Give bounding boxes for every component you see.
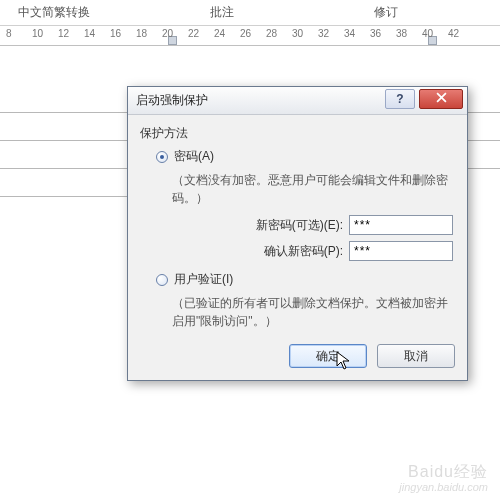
dialog-title: 启动强制保护 <box>136 92 208 109</box>
ruler-tick: 12 <box>58 28 69 39</box>
ruler-tick: 28 <box>266 28 277 39</box>
ruler-tick: 8 <box>6 28 12 39</box>
radio-password[interactable] <box>156 151 168 163</box>
dialog-titlebar[interactable]: 启动强制保护 ? <box>128 87 467 115</box>
close-button[interactable] <box>419 89 463 109</box>
ribbon-group-tracking: 修订 <box>374 4 398 25</box>
ribbon-section-labels: 中文简繁转换 批注 修订 <box>0 4 500 26</box>
horizontal-ruler[interactable]: 81012141618202224262830323436384042 <box>0 26 500 46</box>
ruler-tick: 16 <box>110 28 121 39</box>
ruler-tick: 40 <box>422 28 433 39</box>
watermark: Baidu经验 jingyan.baidu.com <box>399 463 488 493</box>
radio-user-auth-label[interactable]: 用户验证(I) <box>174 271 233 288</box>
password-description: （文档没有加密。恶意用户可能会编辑文件和删除密码。） <box>172 171 455 207</box>
table-line <box>466 140 500 141</box>
ruler-tick: 10 <box>32 28 43 39</box>
ruler-tick: 26 <box>240 28 251 39</box>
ruler-tick: 36 <box>370 28 381 39</box>
ruler-tick: 14 <box>84 28 95 39</box>
table-line <box>466 168 500 169</box>
table-line <box>0 196 130 197</box>
watermark-url: jingyan.baidu.com <box>399 481 488 493</box>
ribbon-group-convert: 中文简繁转换 <box>18 4 90 25</box>
confirm-password-input[interactable] <box>349 241 453 261</box>
cancel-button-label: 取消 <box>404 348 428 365</box>
ribbon-group-comment: 批注 <box>210 4 234 25</box>
ruler-tick: 20 <box>162 28 173 39</box>
ruler-tick: 32 <box>318 28 329 39</box>
help-button[interactable]: ? <box>385 89 415 109</box>
close-icon <box>436 92 447 106</box>
ok-button[interactable]: 确定 <box>289 344 367 368</box>
user-auth-description: （已验证的所有者可以删除文档保护。文档被加密并启用"限制访问"。） <box>172 294 455 330</box>
new-password-label: 新密码(可选)(E): <box>256 217 343 234</box>
table-line <box>0 168 130 169</box>
ruler-tick: 24 <box>214 28 225 39</box>
table-line <box>0 140 130 141</box>
confirm-password-label: 确认新密码(P): <box>264 243 343 260</box>
help-icon: ? <box>396 92 403 106</box>
new-password-input[interactable] <box>349 215 453 235</box>
ruler-tick: 42 <box>448 28 459 39</box>
radio-user-auth[interactable] <box>156 274 168 286</box>
ruler-tick: 18 <box>136 28 147 39</box>
ruler-tick: 38 <box>396 28 407 39</box>
enforce-protection-dialog: 启动强制保护 ? 保护方法 密码(A) （文档没有加密。恶意用户可能会编辑文件和… <box>127 86 468 381</box>
ruler-tick: 30 <box>292 28 303 39</box>
watermark-brand: Baidu经验 <box>399 463 488 481</box>
ok-button-label: 确定 <box>316 348 340 365</box>
cancel-button[interactable]: 取消 <box>377 344 455 368</box>
ruler-tick: 34 <box>344 28 355 39</box>
protection-method-label: 保护方法 <box>140 125 455 142</box>
ruler-tick: 22 <box>188 28 199 39</box>
radio-password-label[interactable]: 密码(A) <box>174 148 214 165</box>
